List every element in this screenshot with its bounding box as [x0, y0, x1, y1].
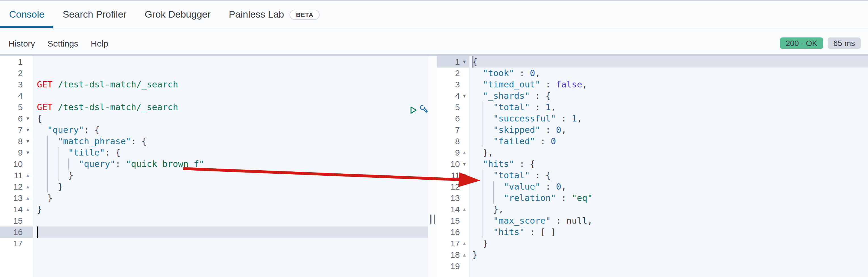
menu-item-history[interactable]: History	[8, 38, 35, 48]
fold-spacer	[23, 215, 33, 226]
line-number: 11	[0, 170, 23, 181]
line-number: 16	[437, 226, 460, 238]
fold-toggle-icon[interactable]: ▴	[23, 181, 33, 192]
fold-toggle-icon[interactable]: ▾	[23, 113, 33, 124]
fold-toggle-icon[interactable]: ▴	[460, 204, 469, 215]
fold-toggle-icon[interactable]: ▴	[460, 147, 469, 158]
code-line[interactable]	[37, 238, 428, 249]
request-gutter: 123456▾7▾8▾9▾1011▴12▴13▴14▴151617	[0, 56, 33, 277]
fold-spacer	[460, 113, 469, 124]
code-line[interactable]: }	[37, 170, 428, 181]
panel-resizer[interactable]	[428, 56, 437, 277]
line-number: 1	[0, 56, 23, 67]
line-number: 15	[437, 215, 460, 226]
code-line[interactable]: "query": {	[37, 124, 428, 136]
line-number: 4	[437, 90, 460, 102]
code-line[interactable]: "took" : 0,	[472, 67, 868, 79]
code-line[interactable]: "hits" : {	[472, 158, 868, 170]
code-line[interactable]: },	[472, 204, 868, 215]
code-line[interactable]: "hits" : [ ]	[472, 226, 868, 238]
menu-item-settings[interactable]: Settings	[48, 38, 78, 48]
code-line[interactable]: },	[472, 147, 868, 158]
fold-spacer	[23, 226, 33, 238]
resizer-handle-icon[interactable]	[430, 215, 435, 224]
code-line[interactable]: }	[472, 238, 868, 249]
code-line[interactable]	[37, 67, 428, 79]
kibana-dev-tools-console: Console Search Profiler Grok Debugger Pa…	[0, 0, 868, 277]
fold-spacer	[23, 102, 33, 113]
code-line[interactable]: "relation" : "eq"	[472, 192, 868, 204]
line-number: 6	[0, 113, 23, 124]
code-line[interactable]: "timed_out" : false,	[472, 79, 868, 90]
code-line[interactable]	[472, 260, 868, 272]
line-number: 1	[437, 56, 460, 67]
code-line[interactable]: "title": {	[37, 147, 428, 158]
tab-console-label: Console	[9, 9, 44, 20]
fold-toggle-icon[interactable]: ▾	[460, 158, 469, 170]
code-line[interactable]: }	[37, 192, 428, 204]
send-request-button[interactable]	[408, 104, 419, 116]
response-gutter: 1▾234▾56789▴10▾11▾121314▴151617▴18▴19	[437, 56, 469, 277]
line-number: 17	[0, 238, 23, 249]
response-code[interactable]: { "took" : 0, "timed_out" : false, "_sha…	[469, 56, 868, 277]
fold-spacer	[460, 102, 469, 113]
tab-grok-debugger[interactable]: Grok Debugger	[136, 1, 220, 28]
line-number: 8	[437, 136, 460, 147]
tab-console[interactable]: Console	[0, 1, 54, 28]
code-line[interactable]: }	[37, 181, 428, 192]
line-number: 7	[0, 124, 23, 136]
line-number: 3	[0, 79, 23, 90]
request-code[interactable]: GET /test-dsl-match/_searchGET /test-dsl…	[33, 56, 428, 277]
request-editor[interactable]: 123456▾7▾8▾9▾1011▴12▴13▴14▴151617 GET /t…	[0, 56, 428, 277]
code-line[interactable]: GET /test-dsl-match/_search	[37, 102, 428, 113]
code-line[interactable]	[37, 56, 428, 67]
wrench-icon	[419, 104, 430, 115]
fold-toggle-icon[interactable]: ▾	[460, 90, 469, 102]
fold-toggle-icon[interactable]: ▴	[23, 170, 33, 181]
tab-painless-lab-label: Painless Lab	[229, 9, 284, 20]
code-line[interactable]: "value" : 0,	[472, 181, 868, 192]
text-cursor	[37, 226, 38, 238]
code-line[interactable]: }	[472, 249, 868, 260]
fold-toggle-icon[interactable]: ▾	[460, 56, 469, 67]
code-line[interactable]	[37, 226, 428, 238]
code-line[interactable]: "total" : 1,	[472, 102, 868, 113]
menu-item-help[interactable]: Help	[91, 38, 108, 48]
code-line[interactable]: GET /test-dsl-match/_search	[37, 79, 428, 90]
code-line[interactable]: "query": "quick brown f"	[37, 158, 428, 170]
fold-spacer	[23, 238, 33, 249]
beta-badge: BETA	[290, 9, 320, 20]
response-time-badge: 65 ms	[828, 37, 861, 49]
code-line[interactable]	[37, 90, 428, 102]
request-options-button[interactable]	[419, 104, 430, 115]
code-line[interactable]: "match_phrase": {	[37, 136, 428, 147]
line-number: 14	[437, 204, 460, 215]
code-line[interactable]: "failed" : 0	[472, 136, 868, 147]
tab-bar: Console Search Profiler Grok Debugger Pa…	[0, 0, 868, 28]
code-line[interactable]	[37, 215, 428, 226]
fold-toggle-icon[interactable]: ▾	[23, 147, 33, 158]
code-line[interactable]: "_shards" : {	[472, 90, 868, 102]
code-line[interactable]: "skipped" : 0,	[472, 124, 868, 136]
tab-search-profiler[interactable]: Search Profiler	[54, 1, 136, 28]
line-number: 12	[437, 181, 460, 192]
fold-spacer	[460, 226, 469, 238]
fold-toggle-icon[interactable]: ▾	[460, 170, 469, 181]
fold-toggle-icon[interactable]: ▴	[460, 249, 469, 260]
fold-toggle-icon[interactable]: ▴	[23, 204, 33, 215]
fold-spacer	[23, 90, 33, 102]
code-line[interactable]: "total" : {	[472, 170, 868, 181]
fold-toggle-icon[interactable]: ▾	[23, 136, 33, 147]
line-number: 10	[437, 158, 460, 170]
fold-toggle-icon[interactable]: ▾	[23, 124, 33, 136]
code-line[interactable]: "successful" : 1,	[472, 113, 868, 124]
fold-toggle-icon[interactable]: ▴	[460, 238, 469, 249]
response-viewer[interactable]: 1▾234▾56789▴10▾11▾121314▴151617▴18▴19 { …	[437, 56, 868, 277]
code-line[interactable]: }	[37, 204, 428, 215]
code-line[interactable]: {	[37, 113, 428, 124]
tab-painless-lab[interactable]: Painless Lab BETA	[220, 1, 329, 28]
fold-toggle-icon[interactable]: ▴	[23, 192, 33, 204]
line-number: 18	[437, 249, 460, 260]
code-line[interactable]: "max_score" : null,	[472, 215, 868, 226]
code-line[interactable]: {	[472, 56, 868, 67]
